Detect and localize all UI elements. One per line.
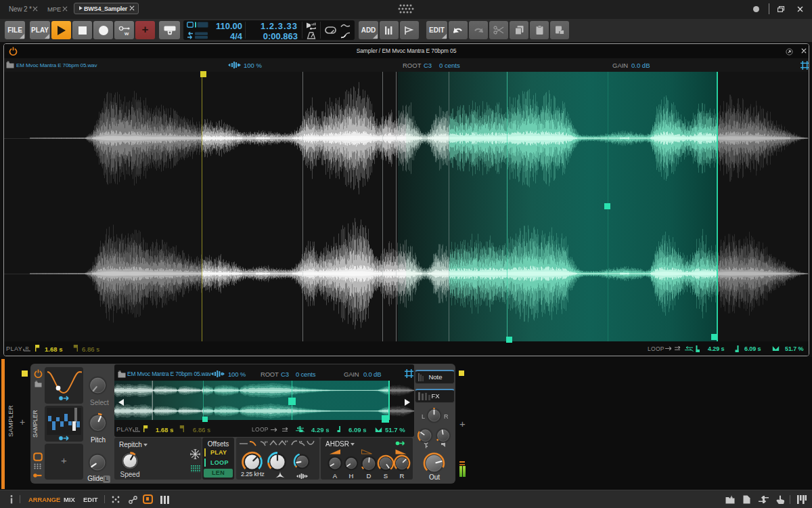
svg-text:R: R <box>26 346 29 351</box>
svg-text:w: w <box>124 30 129 36</box>
